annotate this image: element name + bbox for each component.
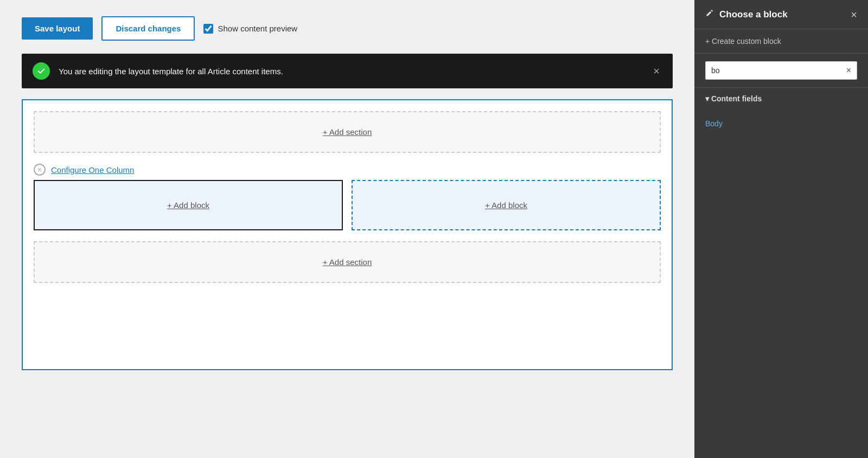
add-section-bottom-link[interactable]: + Add section bbox=[323, 257, 372, 267]
toolbar: Save layout Discard changes Show content… bbox=[22, 16, 673, 41]
show-content-preview-checkbox[interactable] bbox=[203, 24, 213, 34]
right-panel: Choose a block × + Create custom block ×… bbox=[694, 0, 868, 458]
notification-text: You are editing the layout template for … bbox=[59, 67, 642, 76]
panel-header: Choose a block × bbox=[694, 0, 868, 29]
discard-changes-button[interactable]: Discard changes bbox=[101, 16, 195, 41]
add-section-bottom[interactable]: + Add section bbox=[34, 241, 661, 283]
add-block-right-link[interactable]: + Add block bbox=[485, 201, 527, 210]
show-content-preview-text: Show content preview bbox=[218, 24, 297, 33]
content-fields-list: Body bbox=[694, 109, 868, 138]
columns-area: + Add block + Add block bbox=[34, 180, 661, 230]
configure-row: × Configure One Column bbox=[34, 164, 661, 176]
content-fields-section: ▾ Content fields Body bbox=[694, 88, 868, 138]
content-fields-title: ▾ Content fields bbox=[705, 94, 762, 103]
content-fields-header[interactable]: ▾ Content fields bbox=[694, 88, 868, 109]
remove-section-button[interactable]: × bbox=[34, 164, 46, 176]
panel-title-text: Choose a block bbox=[719, 9, 788, 20]
notification-banner: You are editing the layout template for … bbox=[22, 54, 673, 88]
field-body-label: Body bbox=[705, 119, 723, 128]
save-layout-button[interactable]: Save layout bbox=[22, 17, 93, 40]
show-content-preview-label[interactable]: Show content preview bbox=[203, 24, 297, 34]
block-right[interactable]: + Add block bbox=[352, 180, 661, 230]
field-body[interactable]: Body bbox=[694, 114, 868, 133]
block-left[interactable]: + Add block bbox=[34, 180, 343, 230]
configure-one-column-link[interactable]: Configure One Column bbox=[51, 165, 134, 175]
block-search-input[interactable] bbox=[706, 62, 841, 79]
pencil-icon bbox=[705, 9, 714, 20]
success-icon bbox=[33, 62, 50, 80]
layout-editor: + Add section × Configure One Column + A… bbox=[22, 99, 673, 370]
search-area: × bbox=[694, 54, 868, 88]
panel-close-button[interactable]: × bbox=[851, 9, 857, 20]
create-custom-block-label: + Create custom block bbox=[705, 37, 781, 46]
panel-title: Choose a block bbox=[705, 9, 788, 20]
search-input-wrapper: × bbox=[705, 61, 857, 80]
create-custom-block[interactable]: + Create custom block bbox=[694, 29, 868, 54]
search-clear-button[interactable]: × bbox=[841, 62, 857, 79]
add-block-left-link[interactable]: + Add block bbox=[167, 201, 209, 210]
add-section-top-link[interactable]: + Add section bbox=[323, 127, 372, 137]
main-area: Save layout Discard changes Show content… bbox=[0, 0, 694, 458]
add-section-top[interactable]: + Add section bbox=[34, 111, 661, 153]
notification-close-button[interactable]: × bbox=[651, 66, 662, 76]
